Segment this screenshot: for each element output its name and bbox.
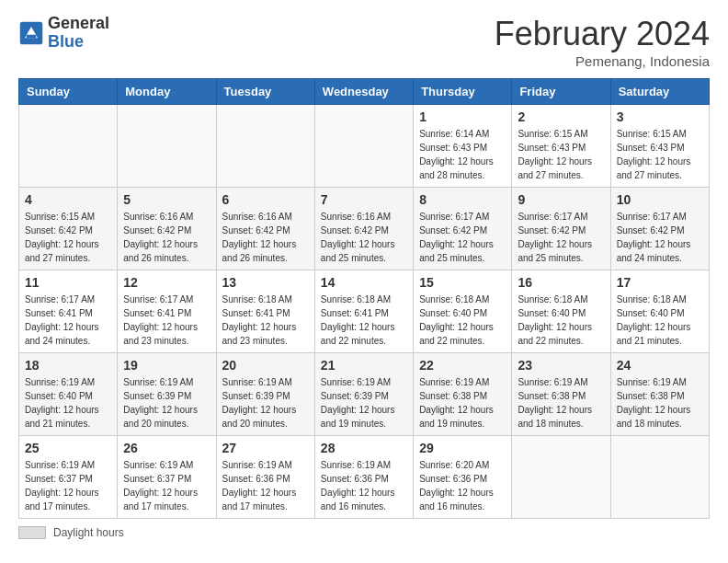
- calendar-cell: 23Sunrise: 6:19 AM Sunset: 6:38 PM Dayli…: [512, 353, 610, 436]
- calendar-cell: [314, 105, 413, 188]
- day-info: Sunrise: 6:19 AM Sunset: 6:40 PM Dayligh…: [25, 375, 111, 431]
- day-info: Sunrise: 6:19 AM Sunset: 6:39 PM Dayligh…: [123, 375, 210, 431]
- legend-label: Daylight hours: [53, 526, 124, 539]
- day-info: Sunrise: 6:19 AM Sunset: 6:38 PM Dayligh…: [617, 375, 703, 431]
- day-number: 17: [617, 275, 703, 290]
- calendar-cell: 12Sunrise: 6:17 AM Sunset: 6:41 PM Dayli…: [118, 270, 216, 353]
- day-number: 19: [123, 358, 210, 373]
- day-number: 20: [222, 358, 309, 373]
- day-of-week-header: Saturday: [610, 79, 709, 105]
- day-number: 13: [222, 275, 309, 290]
- calendar-cell: 20Sunrise: 6:19 AM Sunset: 6:39 PM Dayli…: [216, 353, 314, 436]
- calendar-week-row: 11Sunrise: 6:17 AM Sunset: 6:41 PM Dayli…: [19, 270, 710, 353]
- day-info: Sunrise: 6:19 AM Sunset: 6:39 PM Dayligh…: [321, 375, 407, 431]
- day-info: Sunrise: 6:19 AM Sunset: 6:38 PM Dayligh…: [518, 375, 604, 431]
- calendar-cell: 18Sunrise: 6:19 AM Sunset: 6:40 PM Dayli…: [19, 353, 118, 436]
- day-info: Sunrise: 6:16 AM Sunset: 6:42 PM Dayligh…: [222, 210, 309, 265]
- day-number: 11: [25, 275, 111, 290]
- calendar-cell: 1Sunrise: 6:14 AM Sunset: 6:43 PM Daylig…: [414, 105, 512, 188]
- header: General Blue February 2024 Pemenang, Ind…: [18, 15, 710, 69]
- logo-text: General Blue: [48, 15, 109, 52]
- day-number: 29: [419, 441, 506, 455]
- day-number: 5: [123, 192, 210, 207]
- calendar-cell: [216, 105, 314, 188]
- calendar-cell: [19, 105, 118, 188]
- calendar-cell: 15Sunrise: 6:18 AM Sunset: 6:40 PM Dayli…: [414, 270, 512, 353]
- day-info: Sunrise: 6:17 AM Sunset: 6:42 PM Dayligh…: [617, 210, 703, 265]
- calendar-cell: 22Sunrise: 6:19 AM Sunset: 6:38 PM Dayli…: [414, 353, 512, 436]
- day-info: Sunrise: 6:18 AM Sunset: 6:40 PM Dayligh…: [617, 293, 703, 348]
- day-info: Sunrise: 6:20 AM Sunset: 6:36 PM Dayligh…: [419, 458, 506, 513]
- day-info: Sunrise: 6:16 AM Sunset: 6:42 PM Dayligh…: [123, 210, 210, 265]
- day-number: 18: [25, 358, 111, 373]
- calendar-cell: 2Sunrise: 6:15 AM Sunset: 6:43 PM Daylig…: [512, 105, 610, 188]
- calendar-cell: 29Sunrise: 6:20 AM Sunset: 6:36 PM Dayli…: [414, 436, 512, 519]
- day-info: Sunrise: 6:18 AM Sunset: 6:40 PM Dayligh…: [518, 293, 604, 348]
- day-number: 8: [419, 192, 506, 207]
- subtitle: Pemenang, Indonesia: [495, 53, 710, 69]
- calendar-cell: 21Sunrise: 6:19 AM Sunset: 6:39 PM Dayli…: [314, 353, 413, 436]
- day-number: 10: [617, 192, 703, 207]
- calendar-cell: [118, 105, 216, 188]
- day-of-week-header: Wednesday: [314, 79, 413, 105]
- calendar-cell: 27Sunrise: 6:19 AM Sunset: 6:36 PM Dayli…: [216, 436, 314, 519]
- day-number: 3: [617, 109, 703, 124]
- day-info: Sunrise: 6:19 AM Sunset: 6:36 PM Dayligh…: [222, 458, 309, 513]
- day-number: 21: [321, 358, 407, 373]
- calendar-cell: 13Sunrise: 6:18 AM Sunset: 6:41 PM Dayli…: [216, 270, 314, 353]
- legend: Daylight hours: [18, 526, 710, 539]
- day-info: Sunrise: 6:17 AM Sunset: 6:42 PM Dayligh…: [419, 210, 506, 265]
- logo-icon: [18, 20, 44, 46]
- day-info: Sunrise: 6:19 AM Sunset: 6:37 PM Dayligh…: [25, 458, 111, 513]
- svg-rect-2: [27, 35, 37, 39]
- calendar-cell: [512, 436, 610, 519]
- day-number: 25: [25, 441, 111, 455]
- calendar-cell: 4Sunrise: 6:15 AM Sunset: 6:42 PM Daylig…: [19, 188, 118, 270]
- day-of-week-header: Sunday: [19, 79, 118, 105]
- day-info: Sunrise: 6:17 AM Sunset: 6:42 PM Dayligh…: [518, 210, 604, 265]
- day-info: Sunrise: 6:18 AM Sunset: 6:41 PM Dayligh…: [321, 293, 407, 348]
- day-number: 2: [518, 109, 604, 124]
- calendar-cell: 17Sunrise: 6:18 AM Sunset: 6:40 PM Dayli…: [610, 270, 709, 353]
- calendar-cell: 10Sunrise: 6:17 AM Sunset: 6:42 PM Dayli…: [610, 188, 709, 270]
- day-info: Sunrise: 6:19 AM Sunset: 6:38 PM Dayligh…: [419, 375, 506, 431]
- calendar-cell: 8Sunrise: 6:17 AM Sunset: 6:42 PM Daylig…: [414, 188, 512, 270]
- calendar-cell: 14Sunrise: 6:18 AM Sunset: 6:41 PM Dayli…: [314, 270, 413, 353]
- calendar-week-row: 25Sunrise: 6:19 AM Sunset: 6:37 PM Dayli…: [19, 436, 710, 519]
- day-number: 24: [617, 358, 703, 373]
- logo: General Blue: [18, 15, 109, 52]
- day-number: 12: [123, 275, 210, 290]
- day-number: 4: [25, 192, 111, 207]
- day-number: 23: [518, 358, 604, 373]
- day-number: 16: [518, 275, 604, 290]
- day-number: 27: [222, 441, 309, 455]
- day-info: Sunrise: 6:17 AM Sunset: 6:41 PM Dayligh…: [25, 293, 111, 348]
- day-of-week-header: Tuesday: [216, 79, 314, 105]
- calendar-table: SundayMondayTuesdayWednesdayThursdayFrid…: [18, 78, 710, 519]
- day-number: 14: [321, 275, 407, 290]
- calendar-cell: 11Sunrise: 6:17 AM Sunset: 6:41 PM Dayli…: [19, 270, 118, 353]
- day-info: Sunrise: 6:17 AM Sunset: 6:41 PM Dayligh…: [123, 293, 210, 348]
- calendar-week-row: 4Sunrise: 6:15 AM Sunset: 6:42 PM Daylig…: [19, 188, 710, 270]
- day-of-week-header: Monday: [118, 79, 216, 105]
- day-info: Sunrise: 6:18 AM Sunset: 6:41 PM Dayligh…: [222, 293, 309, 348]
- calendar-cell: 7Sunrise: 6:16 AM Sunset: 6:42 PM Daylig…: [314, 188, 413, 270]
- day-info: Sunrise: 6:14 AM Sunset: 6:43 PM Dayligh…: [419, 127, 506, 182]
- day-info: Sunrise: 6:15 AM Sunset: 6:43 PM Dayligh…: [518, 127, 604, 182]
- month-title: February 2024: [495, 15, 710, 53]
- day-number: 15: [419, 275, 506, 290]
- day-number: 7: [321, 192, 407, 207]
- calendar-cell: [610, 436, 709, 519]
- calendar-cell: 3Sunrise: 6:15 AM Sunset: 6:43 PM Daylig…: [610, 105, 709, 188]
- day-number: 26: [123, 441, 210, 455]
- calendar-cell: 9Sunrise: 6:17 AM Sunset: 6:42 PM Daylig…: [512, 188, 610, 270]
- calendar-cell: 28Sunrise: 6:19 AM Sunset: 6:36 PM Dayli…: [314, 436, 413, 519]
- day-number: 22: [419, 358, 506, 373]
- calendar-cell: 25Sunrise: 6:19 AM Sunset: 6:37 PM Dayli…: [19, 436, 118, 519]
- day-info: Sunrise: 6:15 AM Sunset: 6:42 PM Dayligh…: [25, 210, 111, 265]
- day-info: Sunrise: 6:19 AM Sunset: 6:39 PM Dayligh…: [222, 375, 309, 431]
- calendar-cell: 19Sunrise: 6:19 AM Sunset: 6:39 PM Dayli…: [118, 353, 216, 436]
- day-of-week-header: Thursday: [414, 79, 512, 105]
- day-of-week-header: Friday: [512, 79, 610, 105]
- calendar-week-row: 18Sunrise: 6:19 AM Sunset: 6:40 PM Dayli…: [19, 353, 710, 436]
